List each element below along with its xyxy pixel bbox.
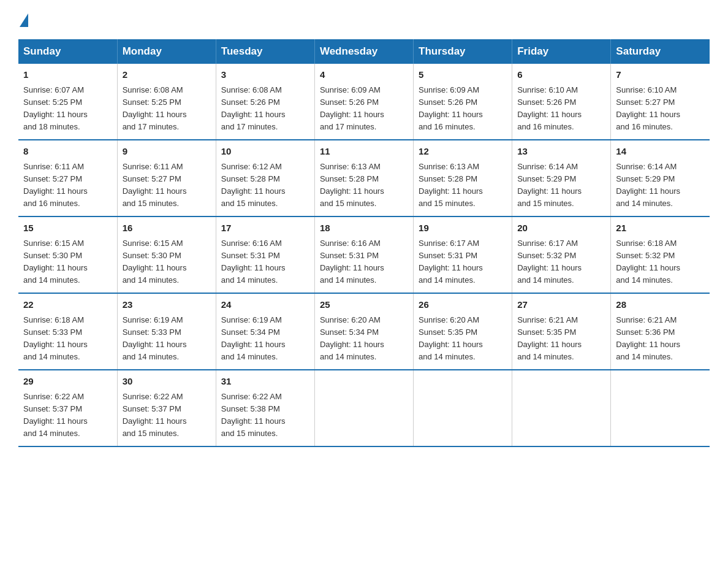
logo — [18, 15, 28, 28]
day-info: Sunrise: 6:12 AMSunset: 5:28 PMDaylight:… — [221, 162, 286, 208]
day-number: 24 — [221, 298, 309, 312]
calendar-table: SundayMondayTuesdayWednesdayThursdayFrid… — [18, 39, 710, 447]
logo-triangle-icon — [20, 13, 28, 27]
day-info: Sunrise: 6:19 AMSunset: 5:33 PMDaylight:… — [123, 315, 187, 361]
calendar-week-row: 8 Sunrise: 6:11 AMSunset: 5:27 PMDayligh… — [18, 140, 710, 216]
day-info: Sunrise: 6:15 AMSunset: 5:30 PMDaylight:… — [23, 239, 88, 285]
day-number: 2 — [123, 68, 211, 82]
calendar-day-cell: 18 Sunrise: 6:16 AMSunset: 5:31 PMDaylig… — [314, 216, 413, 293]
day-number: 31 — [221, 375, 309, 389]
day-number: 14 — [616, 145, 705, 159]
day-info: Sunrise: 6:19 AMSunset: 5:34 PMDaylight:… — [221, 315, 286, 361]
day-number: 6 — [517, 68, 605, 82]
day-info: Sunrise: 6:20 AMSunset: 5:35 PMDaylight:… — [419, 315, 483, 361]
calendar-week-row: 29 Sunrise: 6:22 AMSunset: 5:37 PMDaylig… — [18, 370, 710, 446]
calendar-day-cell — [314, 370, 413, 446]
day-number: 25 — [320, 298, 408, 312]
calendar-day-cell: 20 Sunrise: 6:17 AMSunset: 5:32 PMDaylig… — [512, 216, 611, 293]
day-info: Sunrise: 6:10 AMSunset: 5:26 PMDaylight:… — [517, 85, 582, 131]
calendar-day-cell: 13 Sunrise: 6:14 AMSunset: 5:29 PMDaylig… — [512, 140, 611, 216]
day-number: 29 — [23, 375, 112, 389]
weekday-header-saturday: Saturday — [611, 39, 710, 64]
weekday-header-thursday: Thursday — [414, 39, 512, 64]
calendar-day-cell — [414, 370, 512, 446]
day-info: Sunrise: 6:08 AMSunset: 5:26 PMDaylight:… — [221, 85, 286, 131]
day-number: 16 — [123, 221, 211, 236]
calendar-day-cell: 1 Sunrise: 6:07 AMSunset: 5:25 PMDayligh… — [18, 64, 117, 140]
calendar-day-cell — [512, 370, 611, 446]
calendar-day-cell: 15 Sunrise: 6:15 AMSunset: 5:30 PMDaylig… — [18, 216, 117, 293]
calendar-day-cell: 14 Sunrise: 6:14 AMSunset: 5:29 PMDaylig… — [611, 140, 710, 216]
day-number: 10 — [221, 145, 309, 159]
calendar-day-cell: 9 Sunrise: 6:11 AMSunset: 5:27 PMDayligh… — [117, 140, 216, 216]
page-header — [18, 15, 710, 28]
day-info: Sunrise: 6:22 AMSunset: 5:37 PMDaylight:… — [23, 392, 88, 438]
day-number: 13 — [517, 145, 605, 159]
calendar-day-cell: 25 Sunrise: 6:20 AMSunset: 5:34 PMDaylig… — [314, 293, 413, 370]
day-number: 7 — [616, 68, 705, 82]
day-number: 19 — [419, 221, 507, 236]
weekday-header-row: SundayMondayTuesdayWednesdayThursdayFrid… — [18, 39, 710, 64]
day-number: 28 — [616, 298, 705, 312]
calendar-day-cell: 6 Sunrise: 6:10 AMSunset: 5:26 PMDayligh… — [512, 64, 611, 140]
calendar-day-cell: 30 Sunrise: 6:22 AMSunset: 5:37 PMDaylig… — [117, 370, 216, 446]
day-number: 21 — [616, 221, 705, 236]
day-info: Sunrise: 6:07 AMSunset: 5:25 PMDaylight:… — [23, 85, 88, 131]
day-info: Sunrise: 6:09 AMSunset: 5:26 PMDaylight:… — [419, 85, 483, 131]
weekday-header-sunday: Sunday — [18, 39, 117, 64]
calendar-day-cell: 10 Sunrise: 6:12 AMSunset: 5:28 PMDaylig… — [216, 140, 314, 216]
calendar-day-cell: 22 Sunrise: 6:18 AMSunset: 5:33 PMDaylig… — [18, 293, 117, 370]
day-number: 22 — [23, 298, 112, 312]
day-info: Sunrise: 6:17 AMSunset: 5:32 PMDaylight:… — [517, 239, 582, 285]
calendar-week-row: 1 Sunrise: 6:07 AMSunset: 5:25 PMDayligh… — [18, 64, 710, 140]
day-number: 1 — [23, 68, 112, 82]
day-info: Sunrise: 6:11 AMSunset: 5:27 PMDaylight:… — [23, 162, 88, 208]
day-number: 8 — [23, 145, 112, 159]
day-info: Sunrise: 6:17 AMSunset: 5:31 PMDaylight:… — [419, 239, 483, 285]
day-number: 4 — [320, 68, 408, 82]
day-number: 15 — [23, 221, 112, 236]
calendar-day-cell: 28 Sunrise: 6:21 AMSunset: 5:36 PMDaylig… — [611, 293, 710, 370]
day-info: Sunrise: 6:15 AMSunset: 5:30 PMDaylight:… — [123, 239, 187, 285]
day-info: Sunrise: 6:21 AMSunset: 5:36 PMDaylight:… — [616, 315, 680, 361]
calendar-day-cell: 12 Sunrise: 6:13 AMSunset: 5:28 PMDaylig… — [414, 140, 512, 216]
day-info: Sunrise: 6:18 AMSunset: 5:32 PMDaylight:… — [616, 239, 680, 285]
calendar-day-cell: 24 Sunrise: 6:19 AMSunset: 5:34 PMDaylig… — [216, 293, 314, 370]
calendar-day-cell: 2 Sunrise: 6:08 AMSunset: 5:25 PMDayligh… — [117, 64, 216, 140]
day-number: 18 — [320, 221, 408, 236]
calendar-day-cell: 23 Sunrise: 6:19 AMSunset: 5:33 PMDaylig… — [117, 293, 216, 370]
calendar-day-cell: 3 Sunrise: 6:08 AMSunset: 5:26 PMDayligh… — [216, 64, 314, 140]
calendar-day-cell: 27 Sunrise: 6:21 AMSunset: 5:35 PMDaylig… — [512, 293, 611, 370]
weekday-header-wednesday: Wednesday — [314, 39, 413, 64]
day-info: Sunrise: 6:14 AMSunset: 5:29 PMDaylight:… — [517, 162, 582, 208]
day-number: 20 — [517, 221, 605, 236]
day-info: Sunrise: 6:14 AMSunset: 5:29 PMDaylight:… — [616, 162, 680, 208]
day-number: 3 — [221, 68, 309, 82]
calendar-week-row: 15 Sunrise: 6:15 AMSunset: 5:30 PMDaylig… — [18, 216, 710, 293]
day-info: Sunrise: 6:22 AMSunset: 5:38 PMDaylight:… — [221, 392, 286, 438]
calendar-week-row: 22 Sunrise: 6:18 AMSunset: 5:33 PMDaylig… — [18, 293, 710, 370]
calendar-day-cell: 5 Sunrise: 6:09 AMSunset: 5:26 PMDayligh… — [414, 64, 512, 140]
weekday-header-monday: Monday — [117, 39, 216, 64]
calendar-day-cell: 17 Sunrise: 6:16 AMSunset: 5:31 PMDaylig… — [216, 216, 314, 293]
weekday-header-friday: Friday — [512, 39, 611, 64]
day-info: Sunrise: 6:11 AMSunset: 5:27 PMDaylight:… — [123, 162, 187, 208]
calendar-day-cell: 29 Sunrise: 6:22 AMSunset: 5:37 PMDaylig… — [18, 370, 117, 446]
day-info: Sunrise: 6:13 AMSunset: 5:28 PMDaylight:… — [320, 162, 384, 208]
day-number: 26 — [419, 298, 507, 312]
day-number: 11 — [320, 145, 408, 159]
day-number: 12 — [419, 145, 507, 159]
day-info: Sunrise: 6:16 AMSunset: 5:31 PMDaylight:… — [221, 239, 286, 285]
calendar-day-cell: 19 Sunrise: 6:17 AMSunset: 5:31 PMDaylig… — [414, 216, 512, 293]
day-number: 17 — [221, 221, 309, 236]
weekday-header-tuesday: Tuesday — [216, 39, 314, 64]
calendar-day-cell: 11 Sunrise: 6:13 AMSunset: 5:28 PMDaylig… — [314, 140, 413, 216]
calendar-day-cell: 7 Sunrise: 6:10 AMSunset: 5:27 PMDayligh… — [611, 64, 710, 140]
day-info: Sunrise: 6:13 AMSunset: 5:28 PMDaylight:… — [419, 162, 483, 208]
day-info: Sunrise: 6:18 AMSunset: 5:33 PMDaylight:… — [23, 315, 88, 361]
logo-text — [18, 15, 28, 28]
calendar-day-cell: 26 Sunrise: 6:20 AMSunset: 5:35 PMDaylig… — [414, 293, 512, 370]
day-info: Sunrise: 6:09 AMSunset: 5:26 PMDaylight:… — [320, 85, 384, 131]
calendar-day-cell: 21 Sunrise: 6:18 AMSunset: 5:32 PMDaylig… — [611, 216, 710, 293]
day-number: 23 — [123, 298, 211, 312]
